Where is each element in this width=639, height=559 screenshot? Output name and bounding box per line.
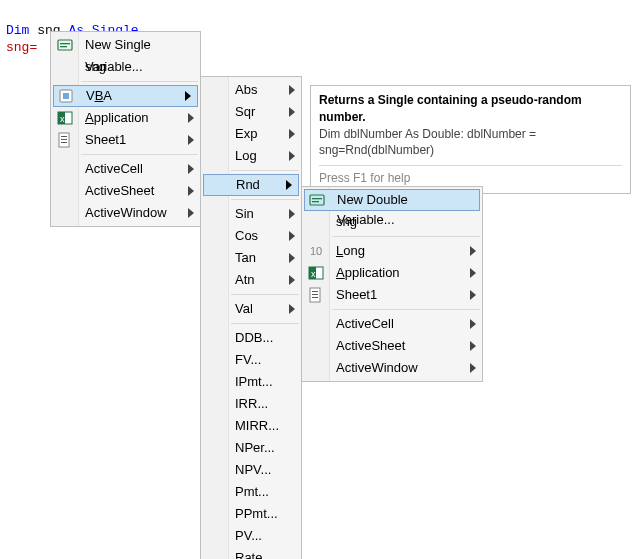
menu-separator bbox=[332, 236, 480, 237]
code-kw-dim: Dim bbox=[6, 23, 29, 38]
menu-item-new-double-variable[interactable]: New Double Variable... bbox=[304, 189, 480, 211]
svg-rect-2 bbox=[60, 46, 67, 47]
menu-item-application[interactable]: x Application bbox=[51, 107, 200, 129]
menu-item-long[interactable]: 10 Long bbox=[302, 240, 482, 262]
menu-item-sheet1[interactable]: Sheet1 bbox=[302, 284, 482, 306]
submenu-arrow-icon bbox=[289, 79, 295, 101]
menu-item-ddb[interactable]: DDB... bbox=[201, 327, 301, 349]
menu-label: NPer... bbox=[235, 440, 275, 455]
menu-item-tan[interactable]: Tan bbox=[201, 247, 301, 269]
menu-label: Rnd bbox=[236, 177, 260, 192]
menu-item-cos[interactable]: Cos bbox=[201, 225, 301, 247]
menu-item-ipmt[interactable]: IPmt... bbox=[201, 371, 301, 393]
context-menu-level2: Abs Sqr Exp Log Rnd Sin Cos Tan Atn Val … bbox=[200, 76, 302, 559]
new-variable-icon bbox=[309, 192, 325, 208]
submenu-arrow-icon bbox=[470, 262, 476, 284]
submenu-arrow-icon bbox=[289, 298, 295, 320]
menu-item-activecell[interactable]: ActiveCell bbox=[51, 158, 200, 180]
svg-rect-19 bbox=[312, 291, 318, 292]
menu-item-exp[interactable]: Exp bbox=[201, 123, 301, 145]
submenu-arrow-icon bbox=[188, 129, 194, 151]
sheet-icon bbox=[57, 132, 73, 148]
menu-item-ppmt[interactable]: PPmt... bbox=[201, 503, 301, 525]
vba-icon bbox=[58, 88, 74, 104]
menu-item-irr[interactable]: IRR... bbox=[201, 393, 301, 415]
svg-rect-4 bbox=[63, 93, 69, 99]
new-variable-icon bbox=[57, 37, 73, 53]
submenu-arrow-icon bbox=[289, 101, 295, 123]
menu-item-activewindow[interactable]: ActiveWindow bbox=[51, 202, 200, 224]
menu-item-activesheet[interactable]: ActiveSheet bbox=[51, 180, 200, 202]
menu-item-activesheet[interactable]: ActiveSheet bbox=[302, 335, 482, 357]
submenu-arrow-icon bbox=[289, 247, 295, 269]
tooltip-separator bbox=[319, 165, 622, 166]
svg-rect-12 bbox=[310, 195, 324, 205]
menu-item-application[interactable]: x Application bbox=[302, 262, 482, 284]
menu-label: sng bbox=[336, 214, 357, 229]
menu-item-new-single-variable[interactable]: New Single Variable... bbox=[51, 34, 200, 56]
menu-item-vba[interactable]: VBA bbox=[53, 85, 198, 107]
svg-rect-14 bbox=[312, 201, 319, 202]
menu-label: Abs bbox=[235, 82, 257, 97]
menu-label: ActiveWindow bbox=[85, 205, 167, 220]
menu-item-rnd[interactable]: Rnd bbox=[203, 174, 299, 196]
menu-separator bbox=[332, 309, 480, 310]
menu-item-atn[interactable]: Atn bbox=[201, 269, 301, 291]
menu-item-sheet1[interactable]: Sheet1 bbox=[51, 129, 200, 151]
menu-item-pv[interactable]: PV... bbox=[201, 525, 301, 547]
menu-item-nper[interactable]: NPer... bbox=[201, 437, 301, 459]
menu-item-log[interactable]: Log bbox=[201, 145, 301, 167]
menu-label: Pmt... bbox=[235, 484, 269, 499]
menu-label: Rate... bbox=[235, 550, 273, 559]
submenu-arrow-icon bbox=[470, 313, 476, 335]
menu-item-fv[interactable]: FV... bbox=[201, 349, 301, 371]
menu-label: Atn bbox=[235, 272, 255, 287]
menu-label: FV... bbox=[235, 352, 261, 367]
menu-label: IRR... bbox=[235, 396, 268, 411]
submenu-arrow-icon bbox=[470, 335, 476, 357]
svg-rect-9 bbox=[61, 136, 67, 137]
submenu-arrow-icon bbox=[188, 107, 194, 129]
submenu-arrow-icon bbox=[188, 180, 194, 202]
menu-label: Application bbox=[336, 265, 400, 280]
menu-label: ActiveCell bbox=[336, 316, 394, 331]
menu-label: ActiveSheet bbox=[336, 338, 405, 353]
menu-item-sqr[interactable]: Sqr bbox=[201, 101, 301, 123]
svg-text:x: x bbox=[60, 114, 65, 124]
menu-item-mirr[interactable]: MIRR... bbox=[201, 415, 301, 437]
menu-item-activewindow[interactable]: ActiveWindow bbox=[302, 357, 482, 379]
submenu-arrow-icon bbox=[289, 123, 295, 145]
menu-item-sng[interactable]: sng bbox=[302, 211, 482, 233]
menu-label: PPmt... bbox=[235, 506, 278, 521]
svg-rect-10 bbox=[61, 139, 67, 140]
menu-separator bbox=[231, 199, 299, 200]
menu-label: Log bbox=[235, 148, 257, 163]
tooltip-rnd-help: Returns a Single containing a pseudo-ran… bbox=[310, 85, 631, 194]
menu-label: NPV... bbox=[235, 462, 271, 477]
menu-item-rate[interactable]: Rate... bbox=[201, 547, 301, 559]
menu-label: VBA bbox=[86, 88, 112, 103]
submenu-arrow-icon bbox=[289, 145, 295, 167]
menu-separator bbox=[231, 323, 299, 324]
menu-label: DDB... bbox=[235, 330, 273, 345]
menu-item-val[interactable]: Val bbox=[201, 298, 301, 320]
menu-item-activecell[interactable]: ActiveCell bbox=[302, 313, 482, 335]
svg-rect-13 bbox=[312, 198, 322, 199]
submenu-arrow-icon bbox=[289, 203, 295, 225]
tooltip-hint: Press F1 for help bbox=[319, 170, 622, 187]
menu-separator bbox=[231, 170, 299, 171]
menu-item-pmt[interactable]: Pmt... bbox=[201, 481, 301, 503]
menu-item-sng[interactable]: sng bbox=[51, 56, 200, 78]
menu-item-npv[interactable]: NPV... bbox=[201, 459, 301, 481]
tooltip-body-line1: Dim dblNumber As Double: dblNumber = bbox=[319, 126, 622, 143]
menu-label: ActiveWindow bbox=[336, 360, 418, 375]
menu-item-sin[interactable]: Sin bbox=[201, 203, 301, 225]
menu-label: MIRR... bbox=[235, 418, 279, 433]
line-number-badge: 10 bbox=[304, 240, 328, 262]
menu-label: sng bbox=[85, 59, 106, 74]
menu-label: Sqr bbox=[235, 104, 255, 119]
menu-item-abs[interactable]: Abs bbox=[201, 79, 301, 101]
submenu-arrow-icon bbox=[188, 158, 194, 180]
menu-label: Val bbox=[235, 301, 253, 316]
menu-label: Tan bbox=[235, 250, 256, 265]
